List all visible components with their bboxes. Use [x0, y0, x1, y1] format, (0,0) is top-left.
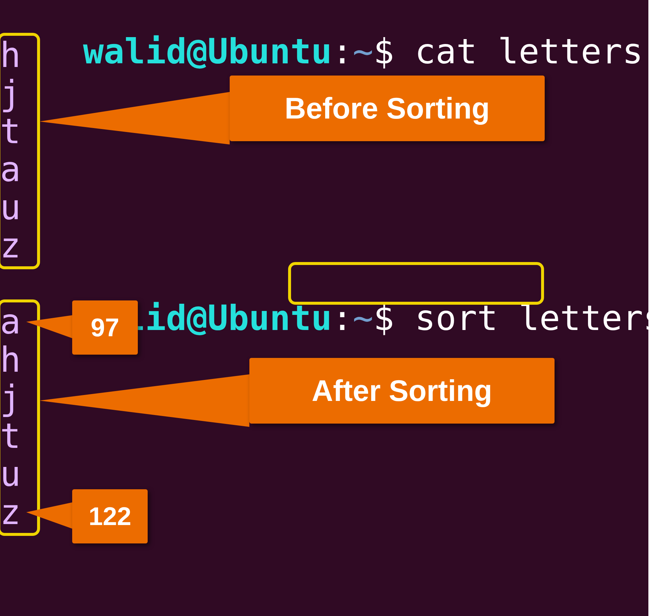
- callout-label: After Sorting: [312, 374, 492, 408]
- callout-after-sorting: After Sorting: [249, 358, 555, 424]
- callout-label: 122: [89, 501, 131, 531]
- callout-ascii-z: 122: [72, 489, 148, 543]
- terminal-window: walid@Ubuntu:~$ cat letters h j t a u z …: [0, 0, 648, 616]
- svg-marker-3: [26, 502, 72, 529]
